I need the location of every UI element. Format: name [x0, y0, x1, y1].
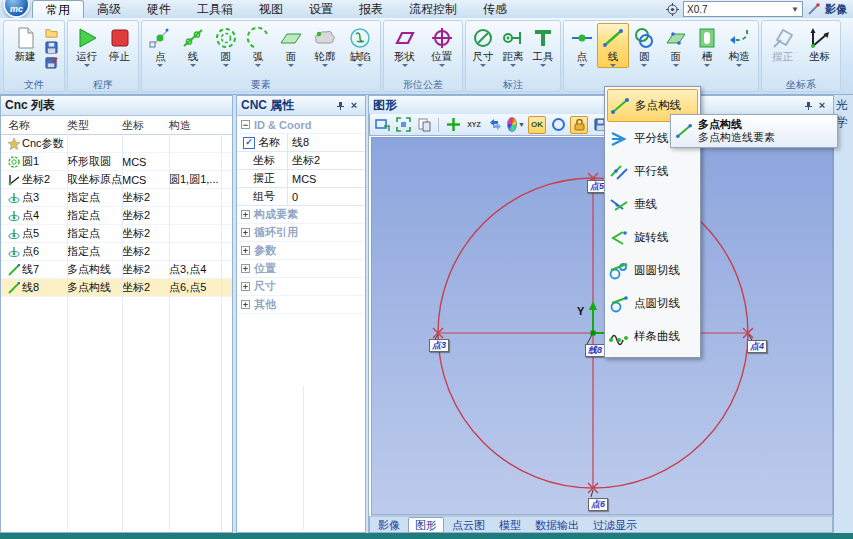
- lock-icon[interactable]: [570, 116, 588, 134]
- tab-image[interactable]: 影像: [372, 518, 406, 532]
- construct-slot-button[interactable]: 槽: [691, 23, 722, 68]
- save-icon[interactable]: [45, 41, 58, 54]
- property-value[interactable]: MCS: [287, 170, 365, 187]
- tab-gongjuxiang[interactable]: 工具箱: [184, 0, 246, 18]
- col-coord[interactable]: 坐标: [122, 118, 169, 133]
- run-button[interactable]: 运行: [70, 23, 103, 68]
- fit-view-icon[interactable]: [394, 116, 412, 134]
- tab-shitu[interactable]: 视图: [246, 0, 296, 18]
- feature-line-button[interactable]: 线: [177, 23, 210, 68]
- tab-chuangan[interactable]: 传感: [470, 0, 520, 18]
- application-orb-button[interactable]: mc: [3, 0, 30, 18]
- ok-toggle-icon[interactable]: OK: [528, 116, 546, 134]
- table-row[interactable]: Cnc参数: [1, 135, 232, 153]
- construct-line-button[interactable]: 线: [597, 23, 628, 68]
- optics-side-tab[interactable]: 光学: [836, 97, 853, 131]
- stop-button[interactable]: 停止: [103, 23, 136, 63]
- construct-build-button[interactable]: 构造: [723, 23, 756, 68]
- pen-icon[interactable]: [807, 2, 821, 16]
- close-icon[interactable]: ×: [815, 99, 829, 112]
- menu-item-rotated-line[interactable]: 旋转线: [607, 221, 698, 254]
- circle-select-icon[interactable]: [549, 116, 567, 134]
- tab-filterdisplay[interactable]: 过滤显示: [587, 518, 643, 532]
- tab-pointcloud[interactable]: 点云图: [446, 518, 491, 532]
- table-row[interactable]: 圆1 环形取圆 MCS: [1, 153, 232, 171]
- swap-arrows-icon[interactable]: [486, 116, 504, 134]
- table-row[interactable]: 点3 指定点 坐标2: [1, 189, 232, 207]
- coordinate-button[interactable]: 坐标: [801, 23, 838, 63]
- col-construct[interactable]: 构造: [169, 118, 232, 133]
- feature-point-button[interactable]: 点: [144, 23, 177, 68]
- zoom-rect-icon[interactable]: [373, 116, 391, 134]
- shape-tolerance-button[interactable]: 形状: [386, 23, 423, 68]
- feature-circle-button[interactable]: 圆: [209, 23, 242, 68]
- tab-baobiao[interactable]: 报表: [346, 0, 396, 18]
- expand-icon[interactable]: +: [241, 264, 250, 273]
- checkbox-checked-icon[interactable]: ✓: [243, 137, 255, 149]
- construct-plane-button[interactable]: 面: [660, 23, 691, 68]
- color-wheel-icon[interactable]: ▼: [507, 116, 525, 134]
- align-button[interactable]: 摆正: [764, 23, 801, 63]
- graphics-canvas[interactable]: Y: [371, 137, 834, 516]
- table-row[interactable]: 坐标2 取坐标原点 MCS 圆1,圆1,...: [1, 171, 232, 189]
- pin-icon[interactable]: [801, 99, 815, 112]
- canvas-label-p4[interactable]: 点4: [747, 340, 767, 353]
- property-value[interactable]: 0: [287, 188, 365, 205]
- tab-liuchengkongzhi[interactable]: 流程控制: [396, 0, 470, 18]
- table-row-selected[interactable]: 线8 多点构线 坐标2 点6,点5: [1, 279, 232, 297]
- expand-icon[interactable]: +: [241, 282, 250, 291]
- tab-yingjian[interactable]: 硬件: [134, 0, 184, 18]
- new-button[interactable]: 新建: [6, 23, 44, 63]
- canvas-label-p3[interactable]: 点3: [429, 339, 449, 352]
- section-id-coord[interactable]: − ID & Coord: [237, 116, 365, 134]
- tab-dataoutput[interactable]: 数据输出: [529, 518, 585, 532]
- canvas-label-l8[interactable]: 线8: [585, 344, 605, 357]
- save-as-icon[interactable]: [45, 56, 58, 69]
- table-row[interactable]: 点6 指定点 坐标2: [1, 243, 232, 261]
- col-type[interactable]: 类型: [67, 118, 122, 133]
- canvas-label-p6[interactable]: 点6: [588, 498, 608, 511]
- expand-icon[interactable]: +: [241, 210, 250, 219]
- collapse-icon[interactable]: −: [241, 120, 250, 129]
- tools-button[interactable]: 工具: [528, 23, 558, 68]
- property-row[interactable]: ✓名称 线8: [237, 134, 365, 152]
- property-value[interactable]: 线8: [287, 134, 365, 151]
- tab-shezhi[interactable]: 设置: [296, 0, 346, 18]
- construct-circle-button[interactable]: 圆: [629, 23, 660, 68]
- position-tolerance-button[interactable]: 位置: [423, 23, 460, 68]
- magnification-combobox[interactable]: X0.7 ▼: [683, 1, 803, 17]
- property-value[interactable]: 坐标2: [287, 152, 365, 169]
- dimension-button[interactable]: 尺寸: [468, 23, 498, 68]
- menu-item-point-circle-tangent[interactable]: 点圆切线: [607, 287, 698, 320]
- feature-defect-button[interactable]: 缺陷: [343, 23, 378, 68]
- section-collapsed[interactable]: +参数: [237, 242, 365, 260]
- section-collapsed[interactable]: +循环引用: [237, 224, 365, 242]
- property-row[interactable]: 组号 0: [237, 188, 365, 206]
- menu-item-circle-circle-tangent[interactable]: 圆圆切线: [607, 254, 698, 287]
- open-folder-icon[interactable]: [45, 26, 58, 39]
- feature-plane-button[interactable]: 面: [275, 23, 308, 68]
- expand-icon[interactable]: +: [241, 300, 250, 309]
- property-row[interactable]: 摆正 MCS: [237, 170, 365, 188]
- xyz-icon[interactable]: XYZ: [465, 116, 483, 134]
- menu-item-parallel-line[interactable]: 平行线: [607, 155, 698, 188]
- tab-changyong[interactable]: 常用: [32, 0, 84, 19]
- tab-graphics[interactable]: 图形: [408, 517, 444, 533]
- section-collapsed[interactable]: +位置: [237, 260, 365, 278]
- menu-item-perpendicular-line[interactable]: 垂线: [607, 188, 698, 221]
- property-row[interactable]: 坐标 坐标2: [237, 152, 365, 170]
- target-icon[interactable]: [666, 3, 679, 16]
- construct-point-button[interactable]: 点: [566, 23, 597, 68]
- expand-icon[interactable]: +: [241, 246, 250, 255]
- copy-view-icon[interactable]: [415, 116, 433, 134]
- feature-contour-button[interactable]: 轮廓: [307, 23, 342, 68]
- close-icon[interactable]: ×: [347, 99, 361, 112]
- tab-gaoji[interactable]: 高级: [84, 0, 134, 18]
- table-row[interactable]: 点4 指定点 坐标2: [1, 207, 232, 225]
- add-icon[interactable]: [444, 116, 462, 134]
- pin-icon[interactable]: [333, 99, 347, 112]
- section-collapsed[interactable]: +尺寸: [237, 278, 365, 296]
- menu-item-spline-curve[interactable]: 样条曲线: [607, 320, 698, 353]
- distance-button[interactable]: 距离: [498, 23, 528, 68]
- section-collapsed[interactable]: +其他: [237, 296, 365, 314]
